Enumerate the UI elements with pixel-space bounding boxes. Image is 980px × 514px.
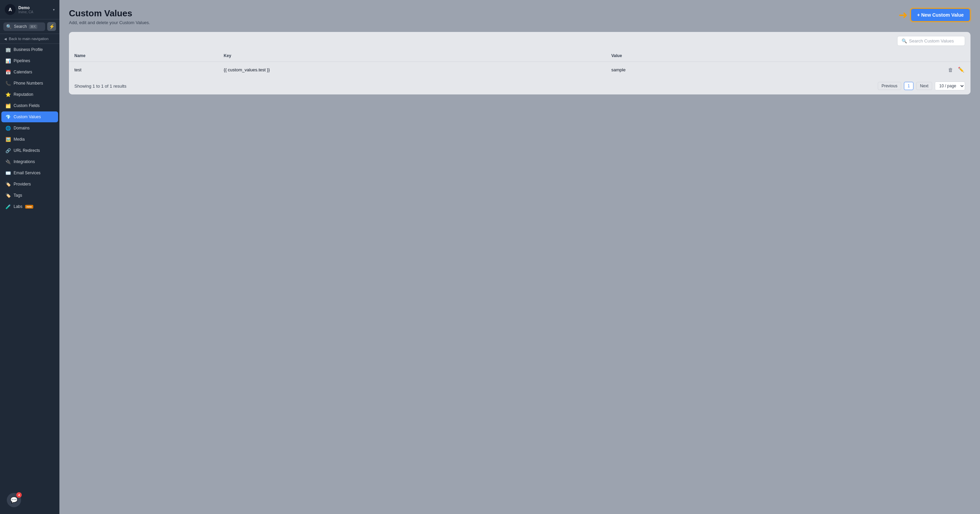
column-header-name: Name bbox=[69, 50, 218, 62]
user-info: Demo Irvine, CA bbox=[18, 5, 50, 14]
sidebar-item-label-custom-fields: Custom Fields bbox=[14, 103, 40, 108]
chevron-left-icon: ◀ bbox=[4, 37, 7, 41]
tags-icon: 🏷️ bbox=[5, 193, 11, 198]
user-name: Demo bbox=[18, 5, 50, 10]
chat-badge: 4 bbox=[16, 492, 22, 498]
nav-list: 🏢Business Profile📊Pipelines📅Calendars📞Ph… bbox=[0, 44, 59, 212]
pagination-controls: Previous 1 Next 10 / page bbox=[878, 81, 965, 90]
table-row: test{{ custom_values.test }}sample🗑✏️ bbox=[69, 62, 970, 78]
sidebar-item-label-phone-numbers: Phone Numbers bbox=[14, 81, 43, 86]
showing-results-text: Showing 1 to 1 of 1 results bbox=[74, 83, 126, 89]
sidebar-item-label-domains: Domains bbox=[14, 126, 30, 131]
cell-key-0: {{ custom_values.test }} bbox=[218, 62, 606, 78]
sidebar: A Demo Irvine, CA ▾ 🔍 Search ⌘K ⚡ ◀ Back… bbox=[0, 0, 59, 514]
cell-value-0: sample bbox=[606, 62, 776, 78]
sidebar-item-label-custom-values: Custom Values bbox=[14, 115, 41, 119]
sidebar-item-label-business-profile: Business Profile bbox=[14, 47, 43, 52]
main-content: Custom Values Add, edit and delete your … bbox=[59, 0, 980, 514]
custom-values-table: Name Key Value test{{ custom_values.test… bbox=[69, 50, 970, 77]
table-header-row: Name Key Value bbox=[69, 50, 970, 62]
business-profile-icon: 🏢 bbox=[5, 47, 11, 52]
table-footer: Showing 1 to 1 of 1 results Previous 1 N… bbox=[69, 77, 970, 94]
url-redirects-icon: 🔗 bbox=[5, 148, 11, 153]
sidebar-search-bar: 🔍 Search ⌘K ⚡ bbox=[0, 19, 59, 34]
chat-bubble[interactable]: 💬 4 bbox=[7, 493, 21, 507]
reputation-icon: ⭐ bbox=[5, 92, 11, 97]
sidebar-item-label-reputation: Reputation bbox=[14, 92, 33, 97]
sidebar-header[interactable]: A Demo Irvine, CA ▾ bbox=[0, 0, 59, 19]
page-size-select[interactable]: 10 / page bbox=[935, 81, 965, 90]
current-page-button[interactable]: 1 bbox=[904, 82, 914, 90]
sidebar-item-business-profile[interactable]: 🏢Business Profile bbox=[2, 44, 58, 55]
integrations-icon: 🔌 bbox=[5, 159, 11, 164]
sidebar-item-tags[interactable]: 🏷️Tags bbox=[2, 190, 58, 201]
sidebar-item-label-email-services: Email Services bbox=[14, 171, 40, 175]
new-custom-value-button[interactable]: + New Custom Value bbox=[910, 8, 970, 22]
header-actions: ➜ + New Custom Value bbox=[899, 8, 970, 22]
search-custom-values-input[interactable]: 🔍 Search Custom Values bbox=[897, 36, 965, 46]
arrow-indicator-icon: ➜ bbox=[899, 8, 908, 21]
back-to-main-nav[interactable]: ◀ Back to main navigation bbox=[0, 34, 59, 44]
search-icon: 🔍 bbox=[6, 24, 12, 29]
sidebar-item-domains[interactable]: 🌐Domains bbox=[2, 123, 58, 134]
back-nav-label: Back to main navigation bbox=[9, 37, 49, 41]
pipelines-icon: 📊 bbox=[5, 58, 11, 64]
previous-page-button[interactable]: Previous bbox=[878, 82, 901, 90]
domains-icon: 🌐 bbox=[5, 125, 11, 131]
sidebar-item-phone-numbers[interactable]: 📞Phone Numbers bbox=[2, 78, 58, 89]
search-button[interactable]: 🔍 Search ⌘K bbox=[3, 22, 45, 31]
search-label: Search bbox=[14, 24, 27, 29]
sidebar-item-label-pipelines: Pipelines bbox=[14, 58, 30, 63]
sidebar-item-providers[interactable]: 🏷️Providers bbox=[2, 179, 58, 190]
cell-name-0: test bbox=[69, 62, 218, 78]
cell-actions-0: 🗑✏️ bbox=[776, 62, 970, 78]
sidebar-item-label-labs: Labs bbox=[14, 204, 22, 209]
avatar: A bbox=[5, 4, 16, 15]
column-header-actions bbox=[776, 50, 970, 62]
sidebar-item-integrations[interactable]: 🔌Integrations bbox=[2, 156, 58, 167]
table-toolbar: 🔍 Search Custom Values bbox=[69, 32, 970, 50]
sidebar-item-label-tags: Tags bbox=[14, 193, 22, 198]
sidebar-item-label-media: Media bbox=[14, 137, 25, 142]
sidebar-item-label-calendars: Calendars bbox=[14, 70, 32, 74]
media-icon: 🖼️ bbox=[5, 137, 11, 142]
page-subtitle: Add, edit and delete your Custom Values. bbox=[69, 20, 150, 25]
next-page-button[interactable]: Next bbox=[916, 82, 932, 90]
sidebar-item-label-providers: Providers bbox=[14, 182, 31, 187]
sidebar-item-reputation[interactable]: ⭐Reputation bbox=[2, 89, 58, 100]
sidebar-item-url-redirects[interactable]: 🔗URL Redirects bbox=[2, 145, 58, 156]
page-title: Custom Values bbox=[69, 8, 150, 19]
sidebar-item-email-services[interactable]: ✉️Email Services bbox=[2, 168, 58, 178]
calendars-icon: 📅 bbox=[5, 69, 11, 75]
lightning-button[interactable]: ⚡ bbox=[47, 22, 56, 31]
column-header-key: Key bbox=[218, 50, 606, 62]
custom-values-icon: 💎 bbox=[5, 114, 11, 120]
search-custom-values-placeholder: Search Custom Values bbox=[909, 38, 954, 43]
edit-button-0[interactable]: ✏️ bbox=[957, 66, 965, 73]
page-title-block: Custom Values Add, edit and delete your … bbox=[69, 8, 150, 25]
providers-icon: 🏷️ bbox=[5, 181, 11, 187]
chat-icon: 💬 bbox=[10, 496, 18, 504]
email-services-icon: ✉️ bbox=[5, 170, 11, 176]
phone-numbers-icon: 📞 bbox=[5, 80, 11, 86]
custom-values-table-container: 🔍 Search Custom Values Name Key Value te… bbox=[69, 32, 970, 94]
sidebar-item-calendars[interactable]: 📅Calendars bbox=[2, 67, 58, 77]
delete-button-0[interactable]: 🗑 bbox=[947, 66, 954, 73]
search-shortcut: ⌘K bbox=[29, 24, 37, 29]
sidebar-item-pipelines[interactable]: 📊Pipelines bbox=[2, 55, 58, 66]
sidebar-item-custom-values[interactable]: 💎Custom Values bbox=[2, 112, 58, 122]
search-custom-values-icon: 🔍 bbox=[902, 38, 907, 43]
sidebar-item-labs[interactable]: 🧪Labsnew bbox=[2, 201, 58, 212]
page-header: Custom Values Add, edit and delete your … bbox=[69, 8, 970, 25]
custom-fields-icon: 🗂️ bbox=[5, 103, 11, 109]
user-location: Irvine, CA bbox=[18, 10, 50, 14]
sidebar-item-label-integrations: Integrations bbox=[14, 159, 35, 164]
labs-icon: 🧪 bbox=[5, 204, 11, 209]
column-header-value: Value bbox=[606, 50, 776, 62]
sidebar-item-media[interactable]: 🖼️Media bbox=[2, 134, 58, 145]
sidebar-item-custom-fields[interactable]: 🗂️Custom Fields bbox=[2, 100, 58, 111]
sidebar-item-label-url-redirects: URL Redirects bbox=[14, 148, 40, 153]
badge-new-labs: new bbox=[25, 205, 33, 209]
chevron-down-icon: ▾ bbox=[53, 8, 55, 11]
